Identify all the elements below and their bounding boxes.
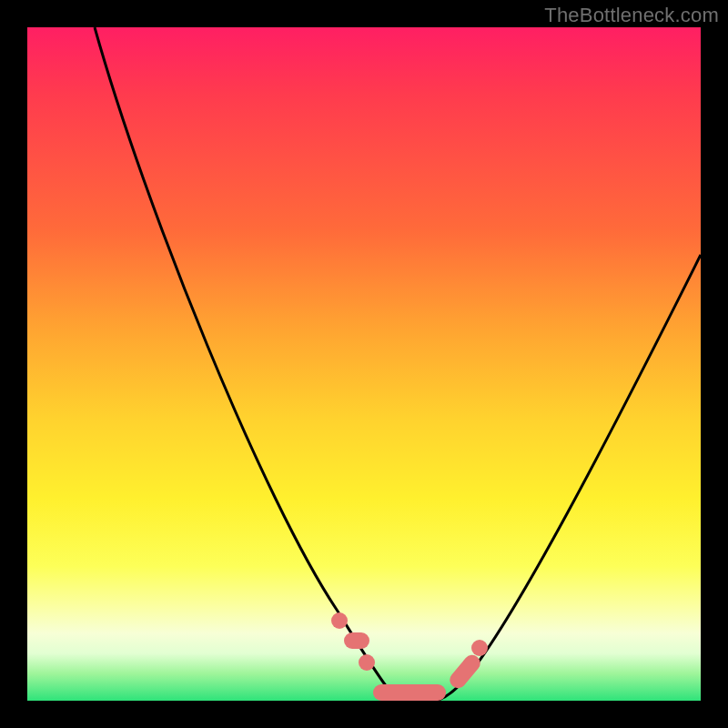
right-curve bbox=[435, 255, 701, 701]
marker-pill bbox=[373, 684, 446, 701]
svg-rect-0 bbox=[447, 652, 484, 692]
left-curve bbox=[95, 27, 404, 701]
marker-pill bbox=[344, 632, 369, 649]
marker-dot bbox=[331, 612, 348, 629]
watermark-text: TheBottleneck.com bbox=[544, 4, 719, 27]
valley-markers-group bbox=[331, 612, 488, 701]
marker-dot bbox=[359, 654, 375, 671]
plot-area bbox=[27, 27, 701, 701]
marker-dot bbox=[471, 640, 488, 656]
chart-frame: TheBottleneck.com bbox=[0, 0, 728, 728]
curve-layer bbox=[27, 27, 701, 701]
marker-pill bbox=[447, 652, 484, 692]
